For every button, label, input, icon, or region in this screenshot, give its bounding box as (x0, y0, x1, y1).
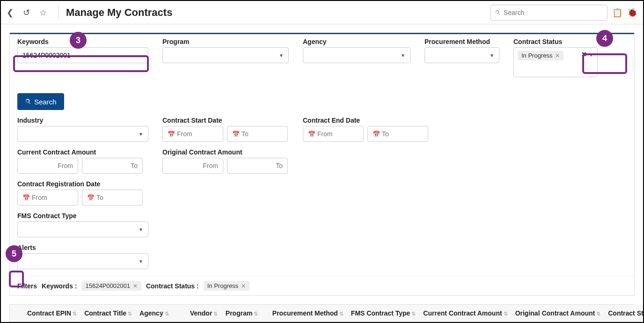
original-amount-from[interactable] (162, 158, 223, 174)
col-start[interactable]: Contract Start Date⇅ (604, 305, 644, 322)
col-program[interactable]: Program⇅ (222, 305, 269, 322)
calendar-icon: 📅 (168, 131, 175, 138)
keywords-input-wrap[interactable] (17, 47, 148, 63)
agency-label: Agency (303, 38, 410, 45)
col-fms[interactable]: FMS Contract Type⇅ (347, 305, 420, 322)
filters-label: Filters (17, 282, 37, 290)
table-header-row: Contract EPIN⇅ Contract Title⇅ Agency⇅ V… (10, 305, 644, 322)
status-chip-text: In Progress (521, 52, 552, 59)
sort-icon: ⇅ (73, 311, 77, 316)
current-amount-label: Current Contract Amount (17, 148, 148, 156)
industry-select[interactable]: ▼ (17, 126, 148, 142)
status-chip: In Progress ✕ (518, 51, 564, 60)
annotation-badge-3: 3 (70, 32, 87, 49)
chevron-down-icon: ▼ (139, 132, 143, 137)
star-icon[interactable]: ☆ (39, 7, 47, 18)
applied-filters: Filters Keywords : 15624P0002001 ✕ Contr… (10, 276, 634, 295)
sort-icon: ⇅ (213, 311, 218, 316)
keywords-input[interactable] (22, 51, 143, 59)
search-icon (25, 98, 31, 105)
agency-select[interactable]: ▼ (303, 47, 410, 63)
contract-start-from[interactable]: 📅 (162, 126, 223, 142)
chevron-down-icon[interactable]: ▼ (589, 52, 593, 58)
chevron-down-icon: ▼ (139, 227, 143, 232)
applied-keywords-chip: 15624P0002001 ✕ (81, 281, 141, 291)
sort-icon: ⇅ (128, 311, 132, 316)
sort-icon: ⇅ (165, 311, 169, 316)
bug-icon[interactable]: 🐞 (627, 7, 637, 18)
col-epin[interactable]: Contract EPIN⇅ (23, 305, 80, 322)
sort-icon: ⇅ (596, 311, 600, 316)
col-orig-amt[interactable]: Original Contract Amount⇅ (512, 305, 605, 322)
col-curr-amt[interactable]: Current Contract Amount⇅ (419, 305, 511, 322)
sort-icon: ⇅ (339, 311, 344, 316)
back-icon[interactable]: ❮ (7, 7, 14, 18)
col-agency[interactable]: Agency⇅ (136, 305, 186, 322)
calendar-icon: 📅 (308, 131, 315, 138)
close-icon[interactable]: ✕ (241, 283, 246, 289)
col-vendor[interactable]: Vendor⇅ (186, 305, 222, 322)
search-button[interactable]: Search (17, 93, 64, 110)
top-right-icons: 📋 🐞 (612, 7, 637, 18)
procurement-method-label: Procurement Method (424, 38, 499, 45)
results-table-wrap: Contract EPIN⇅ Contract Title⇅ Agency⇅ V… (9, 304, 635, 323)
alerts-label: Alerts (17, 244, 148, 251)
results-table: Contract EPIN⇅ Contract Title⇅ Agency⇅ V… (10, 305, 644, 323)
sort-icon: ⇅ (254, 311, 258, 316)
page-title: Manage My Contracts (66, 7, 172, 19)
clear-icon[interactable]: ✖ (581, 51, 587, 58)
current-amount-from[interactable] (17, 158, 78, 174)
contract-status-label: Contract Status (513, 38, 602, 45)
calendar-icon: 📅 (373, 131, 380, 138)
sort-icon: ⇅ (411, 311, 416, 316)
history-icon[interactable]: ↺ (23, 7, 30, 18)
applied-status-label: Contract Status : (146, 282, 199, 290)
program-label: Program (162, 38, 289, 45)
search-icon (495, 9, 501, 16)
sort-icon: ⇅ (504, 311, 508, 316)
current-amount-to[interactable] (82, 158, 143, 174)
calendar-icon: 📅 (87, 194, 95, 201)
col-proc[interactable]: Procurement Method⇅ (269, 305, 347, 322)
reg-date-to[interactable]: 📅 (82, 190, 143, 206)
contract-end-date-label: Contract End Date (303, 117, 429, 124)
program-select[interactable]: ▼ (162, 47, 289, 63)
contract-start-to[interactable]: 📅 (227, 126, 288, 142)
clipboard-icon[interactable]: 📋 (612, 7, 622, 18)
original-amount-to[interactable] (227, 158, 288, 174)
close-icon[interactable]: ✕ (555, 52, 560, 59)
applied-keywords-label: Keywords : (42, 282, 77, 290)
col-title[interactable]: Contract Title⇅ (80, 305, 136, 322)
nav-icons: ❮ ↺ ☆ (7, 7, 47, 18)
search-button-label: Search (34, 98, 57, 106)
close-icon[interactable]: ✕ (133, 283, 138, 289)
fms-type-select[interactable]: ▼ (17, 221, 148, 237)
procurement-method-select[interactable]: ▼ (424, 47, 499, 63)
original-amount-label: Original Contract Amount (162, 148, 293, 156)
divider (58, 6, 59, 20)
chevron-down-icon: ▼ (139, 259, 143, 264)
annotation-badge-4: 4 (596, 30, 613, 47)
chevron-down-icon: ▼ (401, 53, 405, 58)
chevron-down-icon: ▼ (490, 53, 494, 58)
calendar-icon: 📅 (22, 194, 30, 201)
fms-type-label: FMS Contract Type (17, 212, 148, 220)
chevron-down-icon: ▼ (279, 53, 284, 58)
reg-date-label: Contract Registration Date (17, 180, 148, 188)
annotation-badge-5: 5 (6, 245, 22, 262)
calendar-icon: 📅 (232, 131, 240, 138)
contract-end-to[interactable]: 📅 (367, 126, 428, 142)
filter-panel: Keywords Program ▼ Agency ▼ Procurement … (9, 33, 635, 296)
applied-status-chip: In Progress ✕ (204, 281, 249, 291)
top-bar: ❮ ↺ ☆ Manage My Contracts 📋 🐞 (1, 1, 643, 24)
industry-label: Industry (17, 117, 148, 124)
alerts-select[interactable]: ▼ (17, 253, 148, 269)
reg-date-from[interactable]: 📅 (17, 190, 78, 206)
global-search-input[interactable] (504, 9, 603, 16)
contract-end-from[interactable]: 📅 (303, 126, 364, 142)
global-search-wrap[interactable] (490, 5, 607, 21)
col-edit (10, 305, 23, 322)
contract-start-date-label: Contract Start Date (162, 117, 289, 124)
contract-status-select[interactable]: In Progress ✕ ✖ ▼ (513, 47, 598, 77)
